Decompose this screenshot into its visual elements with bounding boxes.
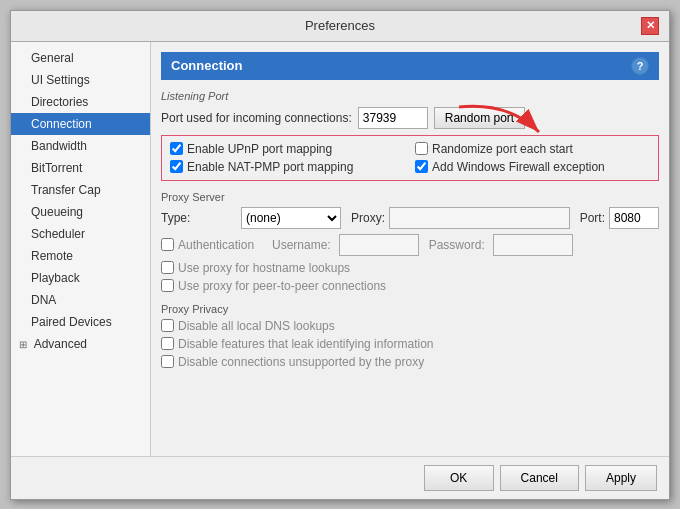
title-bar: Preferences ✕ [11,11,669,42]
leak-checkbox[interactable] [161,337,174,350]
unsupported-label[interactable]: Disable connections unsupported by the p… [178,355,424,369]
random-port-button[interactable]: Random port [434,107,525,129]
port-row: Port used for incoming connections: Rand… [161,107,659,129]
hostname-label[interactable]: Use proxy for hostname lookups [178,261,350,275]
sidebar-item-general[interactable]: General [11,47,150,69]
sidebar-item-dna[interactable]: DNA [11,289,150,311]
username-label: Username: [272,238,331,252]
apply-button[interactable]: Apply [585,465,657,491]
proxy-port-input[interactable] [609,207,659,229]
unsupported-checkbox[interactable] [161,355,174,368]
nat-pmp-checkbox[interactable] [170,160,183,173]
sidebar-item-advanced[interactable]: ⊞ Advanced [11,333,150,355]
randomize-port-checkbox[interactable] [415,142,428,155]
auth-label[interactable]: Authentication [178,238,258,252]
p2p-proxy-label[interactable]: Use proxy for peer-to-peer connections [178,279,386,293]
content-area: Connection ? Listening Port Port used fo… [151,42,669,456]
sidebar-item-bandwidth[interactable]: Bandwidth [11,135,150,157]
dialog-footer: OK Cancel Apply [11,456,669,499]
randomize-row: Randomize port each start [415,142,650,156]
dialog-title: Preferences [39,18,641,33]
username-input[interactable] [339,234,419,256]
p2p-proxy-row: Use proxy for peer-to-peer connections [161,279,659,293]
proxy-privacy-label: Proxy Privacy [161,303,659,315]
p2p-proxy-checkbox[interactable] [161,279,174,292]
upnp-row: Enable UPnP port mapping [170,142,405,156]
help-button[interactable]: ? [631,57,649,75]
hostname-lookup-row: Use proxy for hostname lookups [161,261,659,275]
port-description-label: Port used for incoming connections: [161,111,352,125]
sidebar: General UI Settings Directories Connecti… [11,42,151,456]
sidebar-item-transfer-cap[interactable]: Transfer Cap [11,179,150,201]
randomize-label[interactable]: Randomize port each start [432,142,573,156]
dns-label[interactable]: Disable all local DNS lookups [178,319,335,333]
firewall-label[interactable]: Add Windows Firewall exception [432,160,605,174]
proxy-host-label: Proxy: [351,211,385,225]
upnp-checkbox[interactable] [170,142,183,155]
proxy-type-select[interactable]: (none) HTTP SOCKS4 SOCKS5 [241,207,341,229]
firewall-checkbox[interactable] [415,160,428,173]
port-input[interactable] [358,107,428,129]
listening-port-label: Listening Port [161,90,659,102]
proxy-port-label: Port: [580,211,605,225]
ok-button[interactable]: OK [424,465,494,491]
sidebar-item-ui-settings[interactable]: UI Settings [11,69,150,91]
proxy-host-input[interactable] [389,207,570,229]
sidebar-item-bittorrent[interactable]: BitTorrent [11,157,150,179]
sidebar-item-directories[interactable]: Directories [11,91,150,113]
password-label: Password: [429,238,485,252]
firewall-row: Add Windows Firewall exception [415,160,650,174]
sidebar-item-paired-devices[interactable]: Paired Devices [11,311,150,333]
section-title: Connection [171,58,243,73]
sidebar-item-connection[interactable]: Connection [11,113,150,135]
port-options-grid: Enable UPnP port mapping Randomize port … [161,135,659,181]
close-button[interactable]: ✕ [641,17,659,35]
leak-row: Disable features that leak identifying i… [161,337,659,351]
hostname-checkbox[interactable] [161,261,174,274]
cancel-button[interactable]: Cancel [500,465,579,491]
nat-pmp-label[interactable]: Enable NAT-PMP port mapping [187,160,353,174]
dialog-body: General UI Settings Directories Connecti… [11,42,669,456]
proxy-server-section: Proxy Server Type: (none) HTTP SOCKS4 SO… [161,191,659,293]
preferences-dialog: Preferences ✕ General UI Settings Direct… [10,10,670,500]
proxy-privacy-section: Proxy Privacy Disable all local DNS look… [161,303,659,369]
sidebar-item-remote[interactable]: Remote [11,245,150,267]
sidebar-item-queueing[interactable]: Queueing [11,201,150,223]
proxy-server-label: Proxy Server [161,191,659,203]
sidebar-item-scheduler[interactable]: Scheduler [11,223,150,245]
unsupported-row: Disable connections unsupported by the p… [161,355,659,369]
nat-pmp-row: Enable NAT-PMP port mapping [170,160,405,174]
section-header: Connection ? [161,52,659,80]
proxy-type-row: Type: (none) HTTP SOCKS4 SOCKS5 Proxy: P… [161,207,659,229]
expander-icon: ⊞ [19,339,31,350]
leak-label[interactable]: Disable features that leak identifying i… [178,337,433,351]
upnp-label[interactable]: Enable UPnP port mapping [187,142,332,156]
dns-lookup-row: Disable all local DNS lookups [161,319,659,333]
password-input[interactable] [493,234,573,256]
auth-checkbox[interactable] [161,238,174,251]
auth-row: Authentication Username: Password: [161,234,659,256]
dns-checkbox[interactable] [161,319,174,332]
proxy-type-label: Type: [161,211,241,225]
sidebar-item-playback[interactable]: Playback [11,267,150,289]
